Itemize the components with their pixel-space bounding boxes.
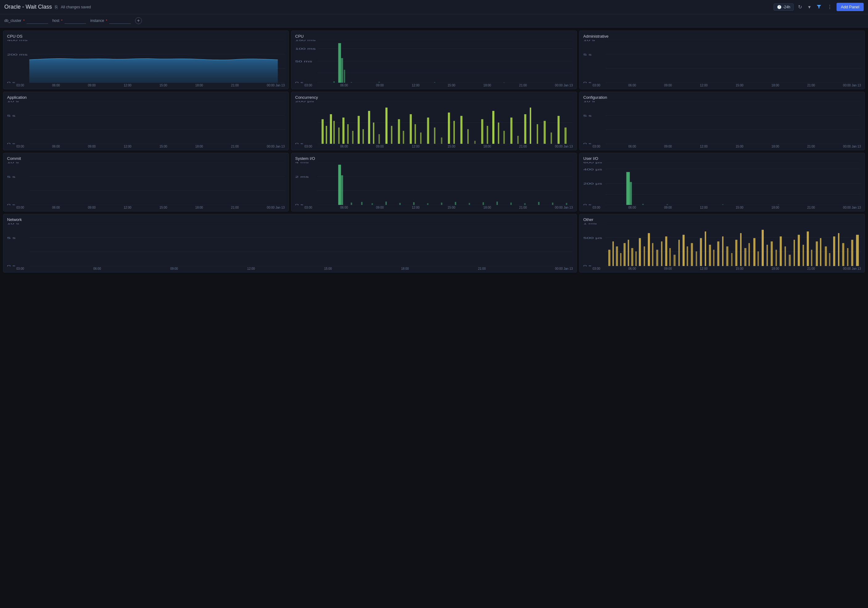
svg-rect-73 bbox=[487, 126, 488, 144]
svg-rect-162 bbox=[636, 252, 637, 266]
chart-cpu-os-x-labels: 03:00 06:00 09:00 12:00 15:00 18:00 21:0… bbox=[7, 83, 285, 87]
svg-rect-113 bbox=[400, 203, 401, 205]
refresh-button[interactable]: ↻ bbox=[796, 3, 804, 11]
svg-rect-83 bbox=[550, 132, 552, 144]
svg-rect-158 bbox=[620, 253, 622, 266]
svg-rect-177 bbox=[700, 238, 702, 266]
filter-instance-input[interactable] bbox=[109, 18, 131, 24]
svg-rect-68 bbox=[453, 121, 455, 144]
svg-rect-205 bbox=[825, 246, 827, 266]
panel-concurrency-title: Concurrency bbox=[295, 95, 573, 100]
panel-user-io-title: User I/O bbox=[583, 156, 861, 161]
panel-administrative-title: Administrative bbox=[583, 34, 861, 39]
svg-rect-193 bbox=[771, 241, 773, 266]
svg-rect-63 bbox=[420, 132, 422, 144]
svg-rect-192 bbox=[767, 245, 768, 266]
panel-cpu-os-title: CPU OS bbox=[7, 34, 285, 39]
svg-rect-178 bbox=[705, 232, 706, 266]
filter-button[interactable] bbox=[815, 3, 823, 11]
add-filter-button[interactable]: + bbox=[135, 17, 142, 24]
svg-text:200 ms: 200 ms bbox=[7, 53, 28, 56]
svg-rect-114 bbox=[413, 202, 415, 205]
filter-host-input[interactable] bbox=[65, 18, 86, 24]
svg-rect-74 bbox=[492, 111, 494, 144]
svg-text:5 s: 5 s bbox=[7, 175, 16, 178]
svg-text:5 s: 5 s bbox=[7, 236, 16, 239]
dashboard: CPU OS 400 ms 200 ms 0 s bbox=[0, 28, 868, 275]
add-panel-button[interactable]: Add Panel bbox=[837, 3, 864, 11]
filter-db-cluster-input[interactable] bbox=[26, 18, 48, 24]
svg-rect-51 bbox=[352, 131, 354, 144]
svg-rect-202 bbox=[811, 250, 812, 266]
share-icon[interactable]: ⎘ bbox=[55, 4, 58, 9]
svg-rect-84 bbox=[558, 116, 560, 143]
svg-rect-119 bbox=[483, 202, 484, 205]
filter-instance-label: instance bbox=[90, 19, 104, 23]
svg-rect-168 bbox=[661, 241, 663, 266]
chart-configuration-x-labels: 03:00 06:00 09:00 12:00 15:00 18:00 21:0… bbox=[583, 144, 861, 148]
svg-text:400 ms: 400 ms bbox=[7, 40, 28, 42]
svg-rect-115 bbox=[427, 204, 429, 205]
panel-administrative: Administrative 10 s 5 s 0 s 03:00 06:00 … bbox=[579, 31, 865, 89]
panel-user-io: User I/O 600 µs 400 µs 200 µs 0 s bbox=[579, 153, 865, 211]
panel-system-io: System I/O 4 ms 2 ms 0 s bbox=[291, 153, 577, 211]
svg-rect-82 bbox=[544, 121, 546, 144]
chart-application-x-labels: 03:00 06:00 09:00 12:00 15:00 18:00 21:0… bbox=[7, 144, 285, 148]
filter-host-required: * bbox=[61, 19, 62, 23]
panel-other-title: Other bbox=[583, 217, 861, 222]
svg-rect-161 bbox=[631, 248, 633, 266]
svg-rect-66 bbox=[441, 137, 443, 143]
svg-rect-173 bbox=[683, 235, 685, 266]
svg-rect-124 bbox=[552, 202, 554, 205]
svg-rect-20 bbox=[333, 81, 335, 83]
svg-text:10 s: 10 s bbox=[7, 223, 19, 225]
chart-system-io: 4 ms 2 ms 0 s bbox=[295, 162, 573, 205]
panel-concurrency: Concurrency 200 µs 0 s bbox=[291, 92, 577, 150]
svg-rect-19 bbox=[344, 70, 346, 83]
svg-rect-125 bbox=[566, 203, 567, 205]
svg-text:500 µs: 500 µs bbox=[583, 236, 602, 239]
chart-cpu-x-labels: 03:00 06:00 09:00 12:00 15:00 18:00 21:0… bbox=[295, 83, 573, 87]
svg-rect-107 bbox=[338, 165, 341, 205]
saved-status: All changes saved bbox=[61, 5, 91, 9]
svg-rect-170 bbox=[670, 248, 671, 266]
svg-text:0 s: 0 s bbox=[295, 81, 304, 83]
svg-text:200 µs: 200 µs bbox=[583, 182, 602, 185]
chart-cpu: 150 ms 100 ms 50 ms 0 s bbox=[295, 40, 573, 83]
svg-rect-116 bbox=[441, 202, 443, 205]
filter-instance-required: * bbox=[106, 19, 107, 23]
svg-rect-75 bbox=[498, 123, 499, 144]
svg-text:50 ms: 50 ms bbox=[295, 60, 312, 63]
svg-rect-136 bbox=[630, 182, 632, 205]
filter-db-cluster: db_cluster * bbox=[4, 18, 48, 24]
svg-rect-195 bbox=[780, 236, 782, 266]
svg-text:150 ms: 150 ms bbox=[295, 40, 316, 42]
svg-rect-185 bbox=[735, 240, 738, 266]
svg-rect-23 bbox=[434, 82, 436, 83]
svg-rect-172 bbox=[678, 240, 680, 266]
time-range-button[interactable]: 🕐 -24h bbox=[773, 3, 794, 11]
svg-text:10 s: 10 s bbox=[583, 40, 595, 42]
svg-text:0 s: 0 s bbox=[7, 204, 16, 205]
panel-commit: Commit 10 s 5 s 0 s 03:00 06:00 09:00 12… bbox=[3, 153, 289, 211]
chart-administrative: 10 s 5 s 0 s bbox=[583, 40, 861, 83]
svg-rect-181 bbox=[717, 241, 719, 266]
svg-rect-190 bbox=[758, 252, 759, 266]
svg-rect-187 bbox=[744, 248, 747, 266]
svg-rect-175 bbox=[691, 243, 693, 266]
svg-text:0 s: 0 s bbox=[583, 81, 592, 83]
panel-configuration: Configuration 10 s 5 s 0 s 03:00 06:00 0… bbox=[579, 92, 865, 150]
more-button[interactable]: ⋮ bbox=[825, 3, 834, 11]
svg-rect-198 bbox=[794, 240, 795, 266]
clock-icon: 🕐 bbox=[777, 5, 782, 9]
refresh-dropdown-button[interactable]: ▾ bbox=[806, 3, 812, 11]
svg-rect-200 bbox=[803, 245, 804, 266]
svg-text:5 s: 5 s bbox=[583, 114, 592, 117]
svg-rect-210 bbox=[847, 248, 849, 266]
panel-cpu: CPU 150 ms 100 ms 50 ms 0 s bbox=[291, 31, 577, 89]
svg-rect-197 bbox=[789, 255, 791, 266]
svg-rect-62 bbox=[415, 124, 416, 144]
svg-rect-110 bbox=[361, 202, 363, 205]
svg-rect-18 bbox=[341, 58, 343, 83]
chart-user-io: 600 µs 400 µs 200 µs 0 s bbox=[583, 162, 861, 205]
